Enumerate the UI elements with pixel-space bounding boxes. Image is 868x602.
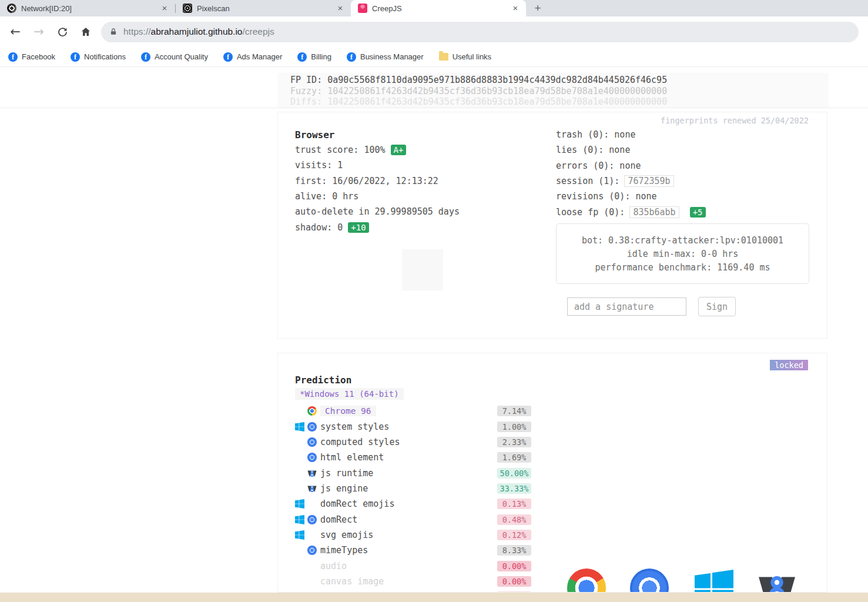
network-tab-favicon	[7, 4, 16, 13]
back-button[interactable]: ←	[4, 21, 27, 42]
prediction-probability: 33.33%	[497, 483, 531, 494]
prediction-label: system styles	[320, 422, 389, 432]
bookmark-item[interactable]: Business Manager	[347, 52, 424, 62]
prediction-probability: 8.33%	[497, 545, 531, 556]
prediction-probability: 1.69%	[497, 452, 531, 463]
session-row: session (1): 7672359b	[556, 173, 706, 189]
lies-row: lies (0): none	[556, 142, 706, 158]
prediction-label: Chrome 96	[320, 406, 376, 416]
bookmark-label: Facebook	[22, 52, 55, 61]
trust-score-row: trust score: 100% A+	[295, 142, 460, 158]
loose-fp-label: loose fp (0):	[556, 207, 625, 218]
prediction-row: system styles1.00%	[295, 419, 531, 434]
header-divider	[0, 108, 868, 108]
v8-icon	[307, 484, 317, 493]
icon-slot	[307, 515, 320, 524]
windows-icon	[295, 499, 304, 509]
prediction-label: canvas image	[320, 576, 384, 587]
shadow-text: shadow: 0	[295, 222, 343, 233]
bookmark-label: Billing	[311, 52, 331, 61]
facebook-icon	[8, 52, 18, 62]
prediction-label: audio	[320, 561, 347, 571]
bookmark-item[interactable]: Useful links	[439, 52, 491, 61]
windows-icon	[295, 515, 304, 524]
icon-slot	[307, 422, 320, 432]
signature-input[interactable]	[567, 297, 686, 316]
idle-line: idle min-max: 0-0 hrs	[557, 248, 809, 261]
icon-slot	[307, 484, 320, 493]
prediction-row: mimeTypes8.33%	[295, 543, 531, 558]
auto-delete-row: auto-delete in 29.99989505 days	[295, 204, 460, 219]
reload-icon	[57, 26, 68, 38]
prediction-probability: 7.14%	[497, 406, 531, 416]
prediction-section-title: Prediction	[295, 372, 351, 387]
close-tab-icon[interactable]: ×	[510, 3, 521, 14]
prediction-row: svg emojis0.12%	[295, 527, 531, 543]
benchmark-line: performance benchmark: 1169.40 ms	[557, 261, 809, 275]
prediction-probability: 1.00%	[497, 422, 531, 432]
bottom-taskbar-strip	[0, 593, 868, 602]
icon-slot	[307, 546, 320, 555]
url-host: abrahamjuliot.github.io	[151, 26, 243, 36]
tab-creepjs[interactable]: CreepJS ×	[351, 0, 526, 16]
facebook-icon	[297, 52, 307, 62]
bookmark-item[interactable]: Billing	[297, 52, 331, 62]
address-bar[interactable]: https://abrahamjuliot.github.io/creepjs	[101, 22, 859, 42]
browser-toolbar: ← → https://abrahamjuliot.github.io/cree…	[0, 16, 868, 47]
bookmark-item[interactable]: Notifications	[71, 52, 126, 62]
creepjs-tab-favicon	[358, 4, 367, 13]
session-label: session (1):	[556, 176, 619, 186]
prediction-label: html element	[320, 452, 384, 463]
new-tab-button[interactable]: +	[529, 1, 546, 16]
v8-icon	[307, 469, 317, 478]
sign-button[interactable]: Sign	[698, 297, 736, 316]
icon-slot	[307, 406, 320, 416]
fingerprint-header: FP ID: 0a90c5568f8110da9095e971b886d8883…	[277, 73, 829, 108]
chrome-icon	[307, 406, 317, 416]
forward-button[interactable]: →	[27, 21, 51, 42]
close-tab-icon[interactable]: ×	[335, 3, 346, 14]
tab-network[interactable]: Network[ID:20] ×	[0, 0, 175, 16]
facebook-icon	[223, 52, 233, 62]
chromium-icon	[630, 568, 669, 593]
visits-row: visits: 1	[295, 158, 460, 173]
prediction-row: computed styles2.33%	[295, 434, 531, 450]
shadow-row: shadow: 0 +10	[295, 219, 460, 235]
icon-slot	[307, 453, 320, 462]
v8-icon	[758, 568, 796, 593]
bookmark-label: Notifications	[84, 52, 126, 61]
prediction-label: js engine	[320, 483, 368, 494]
fingerprints-renewed-note: fingerprints renewed 25/04/2022	[661, 116, 809, 125]
fp-fuzzy-line: Fuzzy: 1042250861f4263d42b9435cf36d36b93…	[290, 86, 829, 97]
reload-button[interactable]	[51, 21, 74, 42]
bookmark-item[interactable]: Facebook	[8, 52, 55, 62]
facebook-icon	[141, 52, 150, 62]
home-icon	[80, 26, 92, 38]
revisions-row: revisions (0): none	[556, 189, 706, 204]
tab-pixelscan[interactable]: Pixelscan ×	[176, 0, 351, 16]
prediction-label: js runtime	[320, 468, 373, 479]
prediction-probability: 0.00%	[497, 561, 531, 571]
pixelscan-tab-favicon	[183, 4, 192, 13]
windows-icon	[695, 570, 733, 593]
chromium-icon	[307, 422, 317, 432]
windows-icon	[295, 422, 304, 432]
close-tab-icon[interactable]: ×	[159, 3, 170, 14]
url-path: /creepjs	[243, 26, 274, 36]
bookmark-item[interactable]: Ads Manager	[223, 52, 282, 62]
prediction-label: domRect	[320, 514, 357, 525]
lock-icon	[109, 27, 118, 36]
loose-fp-badge: +5	[690, 207, 706, 218]
prediction-section-card: locked Prediction *Windows 11 (64-bit) C…	[277, 353, 827, 593]
url-text: https://abrahamjuliot.github.io/creepjs	[123, 26, 274, 37]
browser-section-card: fingerprints renewed 25/04/2022 Browser …	[277, 112, 827, 339]
bookmark-item[interactable]: Account Quality	[141, 52, 208, 62]
home-button[interactable]	[74, 21, 98, 42]
canvas-placeholder	[402, 249, 443, 290]
prediction-row: domRect emojis0.13%	[295, 496, 531, 511]
chrome-icon	[567, 568, 606, 593]
windows-icon	[295, 530, 304, 540]
prediction-label: domRect emojis	[320, 499, 394, 509]
bookmark-label: Business Manager	[360, 52, 424, 61]
session-id-value: 7672359b	[624, 175, 673, 187]
